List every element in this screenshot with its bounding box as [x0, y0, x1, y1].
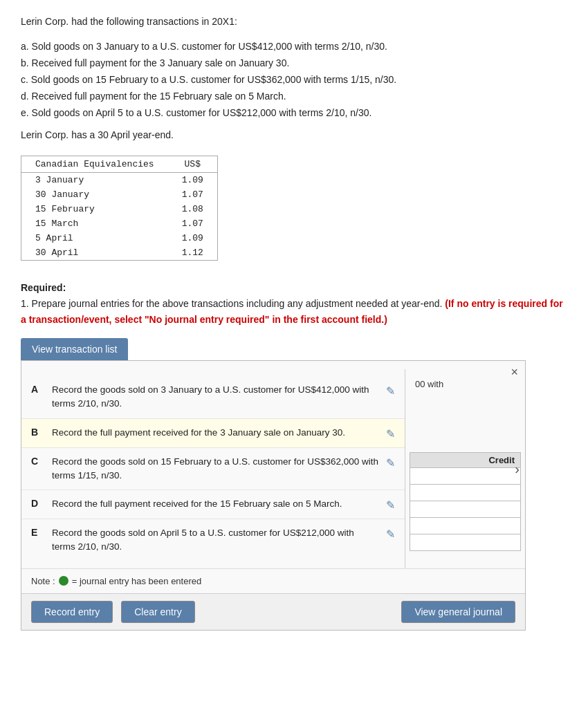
transaction-panel: × ARecord the goods sold on 3 January to…: [21, 360, 526, 631]
table-header-col1: Canadian Equivalencies: [21, 156, 168, 173]
panel-body: ARecord the goods sold on 3 January to a…: [21, 369, 525, 568]
required-title: Required:: [21, 282, 567, 293]
panel-transaction-item-D[interactable]: DRecord the full payment received for th…: [21, 490, 405, 519]
transaction-item-d.: d. Received full payment for the 15 Febr…: [21, 88, 567, 105]
note-label: Note :: [31, 576, 55, 586]
transaction-letter-A: A: [31, 383, 46, 395]
credit-row-4[interactable]: [410, 518, 521, 534]
panel-transaction-item-B[interactable]: BRecord the full payment received for th…: [21, 419, 405, 448]
transaction-item-a.: a. Sold goods on 3 January to a U.S. cus…: [21, 39, 567, 55]
panel-footer: Record entry Clear entry View general jo…: [21, 593, 525, 630]
edit-button-A[interactable]: ✎: [386, 383, 395, 398]
transaction-desc-E: Record the goods sold on April 5 to a U.…: [52, 526, 379, 555]
journal-entry-panel: 00 with Credit ›: [405, 369, 525, 568]
transaction-item-e.: e. Sold goods on April 5 to a U.S. custo…: [21, 105, 567, 122]
required-section: Required: 1. Prepare journal entries for…: [21, 282, 567, 327]
right-panel-text: 00 with: [412, 376, 518, 392]
panel-transaction-item-C[interactable]: CRecord the goods sold on 15 February to…: [21, 448, 405, 491]
transaction-desc-A: Record the goods sold on 3 January to a …: [52, 383, 379, 411]
edit-button-D[interactable]: ✎: [386, 497, 395, 512]
edit-button-C[interactable]: ✎: [386, 455, 395, 469]
required-text: 1. Prepare journal entries for the above…: [21, 296, 567, 327]
panel-header: ×: [21, 361, 525, 369]
intro-paragraph: Lerin Corp. had the following transactio…: [21, 14, 567, 29]
credit-box: Credit: [410, 452, 521, 551]
year-end-text: Lerin Corp. has a 30 April year-end.: [21, 129, 567, 140]
view-transaction-button[interactable]: View transaction list: [21, 338, 128, 360]
table-row: 15 February1.08: [21, 202, 217, 216]
transactions-list: a. Sold goods on 3 January to a U.S. cus…: [21, 39, 567, 121]
transaction-letter-D: D: [31, 497, 46, 509]
credit-row-2[interactable]: [410, 485, 521, 501]
equivalencies-table: Canadian Equivalencies US$ 3 January1.09…: [21, 156, 217, 260]
note-row: Note : = journal entry has been entered: [21, 568, 525, 593]
table-row: 3 January1.09: [21, 173, 217, 188]
transaction-list-panel: ARecord the goods sold on 3 January to a…: [21, 369, 405, 568]
green-dot-icon: [59, 576, 68, 586]
credit-header: Credit: [410, 452, 521, 468]
transaction-item-c.: c. Sold goods on 15 February to a U.S. c…: [21, 72, 567, 88]
record-entry-button[interactable]: Record entry: [31, 601, 113, 623]
clear-entry-button[interactable]: Clear entry: [121, 601, 194, 623]
table-row: 15 March1.07: [21, 216, 217, 231]
table-header-col2: US$: [168, 156, 217, 173]
panel-transaction-item-E[interactable]: ERecord the goods sold on April 5 to a U…: [21, 519, 405, 561]
transaction-letter-B: B: [31, 426, 46, 438]
transaction-desc-C: Record the goods sold on 15 February to …: [52, 455, 379, 483]
intro-text: Lerin Corp. had the following transactio…: [21, 14, 567, 29]
transaction-item-b.: b. Received full payment for the 3 Janua…: [21, 55, 567, 72]
credit-row-5[interactable]: [410, 534, 521, 551]
table-row: 30 January1.07: [21, 187, 217, 202]
equivalencies-table-container: Canadian Equivalencies US$ 3 January1.09…: [21, 156, 218, 261]
edit-button-E[interactable]: ✎: [386, 526, 395, 541]
transaction-desc-B: Record the full payment received for the…: [52, 426, 379, 440]
transaction-letter-E: E: [31, 526, 46, 538]
table-row: 5 April1.09: [21, 231, 217, 245]
edit-button-B[interactable]: ✎: [386, 426, 395, 440]
credit-row-1[interactable]: [410, 468, 521, 485]
credit-row-3[interactable]: [410, 501, 521, 518]
transaction-letter-C: C: [31, 455, 46, 467]
right-panel-arrow[interactable]: ›: [515, 460, 520, 476]
required-text1: 1. Prepare journal entries for the above…: [21, 298, 442, 309]
transaction-desc-D: Record the full payment received for the…: [52, 497, 379, 511]
table-row: 30 April1.12: [21, 245, 217, 260]
view-general-journal-button[interactable]: View general journal: [401, 601, 515, 623]
note-text: = journal entry has been entered: [72, 576, 202, 586]
panel-transaction-item-A[interactable]: ARecord the goods sold on 3 January to a…: [21, 376, 405, 419]
